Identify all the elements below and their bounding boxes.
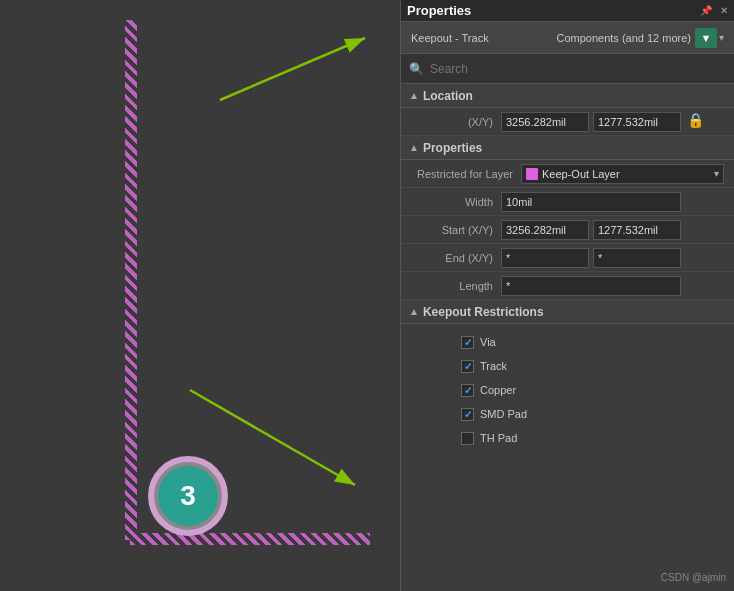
- keepout-restrictions-section-title: Keepout Restrictions: [423, 305, 544, 319]
- start-xy-label: Start (X/Y): [411, 224, 501, 236]
- smd-pad-checkbox-row: SMD Pad: [411, 402, 724, 426]
- pcb-border-bottom: [130, 533, 370, 545]
- width-label: Width: [411, 196, 501, 208]
- copper-checkbox[interactable]: [461, 384, 474, 397]
- layer-select-text: Keep-Out Layer: [542, 168, 714, 180]
- location-y-input[interactable]: [593, 112, 681, 132]
- location-collapse-icon[interactable]: ▲: [409, 90, 419, 101]
- panel-title-label: Properties: [407, 3, 692, 18]
- start-y-input[interactable]: [593, 220, 681, 240]
- th-pad-checkbox-row: TH Pad: [411, 426, 724, 450]
- copper-label: Copper: [480, 384, 516, 396]
- properties-section-header: ▲ Properties: [401, 136, 734, 160]
- watermark: CSDN @ajmin: [661, 572, 726, 583]
- canvas-area: 3: [0, 0, 400, 591]
- location-section-header: ▲ Location: [401, 84, 734, 108]
- smd-pad-label: SMD Pad: [480, 408, 527, 420]
- track-label: Track: [480, 360, 507, 372]
- via-checkbox-row: Via: [411, 330, 724, 354]
- via-label: Via: [480, 336, 496, 348]
- keepout-label: Keepout - Track: [411, 32, 556, 44]
- panel-topbar: Properties 📌 ✕: [401, 0, 734, 22]
- smd-pad-checkbox[interactable]: [461, 408, 474, 421]
- location-section-title: Location: [423, 89, 473, 103]
- search-box: 🔍: [401, 54, 734, 84]
- canvas-grid: [130, 20, 370, 530]
- via-checkbox[interactable]: [461, 336, 474, 349]
- properties-collapse-icon[interactable]: ▲: [409, 142, 419, 153]
- layer-select-arrow: ▾: [714, 168, 719, 179]
- keepout-restrictions-section-header: ▲ Keepout Restrictions: [401, 300, 734, 324]
- restricted-layer-row: Restricted for Layer Keep-Out Layer ▾: [401, 160, 734, 188]
- search-input[interactable]: [430, 62, 726, 76]
- end-y-input[interactable]: [593, 248, 681, 268]
- location-x-input[interactable]: [501, 112, 589, 132]
- track-checkbox-row: Track: [411, 354, 724, 378]
- layer-color-dot: [526, 168, 538, 180]
- lock-icon[interactable]: 🔒: [687, 112, 704, 132]
- location-xy-label: (X/Y): [411, 116, 501, 128]
- start-x-input[interactable]: [501, 220, 589, 240]
- search-icon: 🔍: [409, 62, 424, 76]
- track-checkbox[interactable]: [461, 360, 474, 373]
- th-pad-label: TH Pad: [480, 432, 517, 444]
- length-row: Length: [401, 272, 734, 300]
- end-xy-row: End (X/Y): [401, 244, 734, 272]
- restricted-layer-label: Restricted for Layer: [411, 168, 521, 180]
- keepout-track-row: Keepout - Track Components (and 12 more)…: [401, 22, 734, 54]
- keepout-restrictions-collapse-icon[interactable]: ▲: [409, 306, 419, 317]
- width-input[interactable]: [501, 192, 681, 212]
- location-xy-row: (X/Y) 🔒: [401, 108, 734, 136]
- badge-number: 3: [158, 466, 218, 526]
- th-pad-checkbox[interactable]: [461, 432, 474, 445]
- properties-panel: Properties 📌 ✕ Keepout - Track Component…: [400, 0, 734, 591]
- badge-circle: 3: [148, 456, 228, 536]
- start-xy-row: Start (X/Y): [401, 216, 734, 244]
- layer-select[interactable]: Keep-Out Layer ▾: [521, 164, 724, 184]
- close-icon[interactable]: ✕: [720, 5, 728, 16]
- pin-icon[interactable]: 📌: [700, 5, 712, 16]
- panel-dropdown-arrow[interactable]: ▾: [719, 32, 724, 43]
- length-input[interactable]: [501, 276, 681, 296]
- end-x-input[interactable]: [501, 248, 589, 268]
- restrictions-section: Via Track Copper SMD Pad TH Pad: [401, 324, 734, 591]
- pcb-border-left: [125, 20, 137, 540]
- copper-checkbox-row: Copper: [411, 378, 724, 402]
- keepout-value: Components (and 12 more): [556, 32, 691, 44]
- filter-button[interactable]: ▼: [695, 28, 717, 48]
- length-label: Length: [411, 280, 501, 292]
- properties-section-title: Properties: [423, 141, 482, 155]
- end-xy-label: End (X/Y): [411, 252, 501, 264]
- width-row: Width: [401, 188, 734, 216]
